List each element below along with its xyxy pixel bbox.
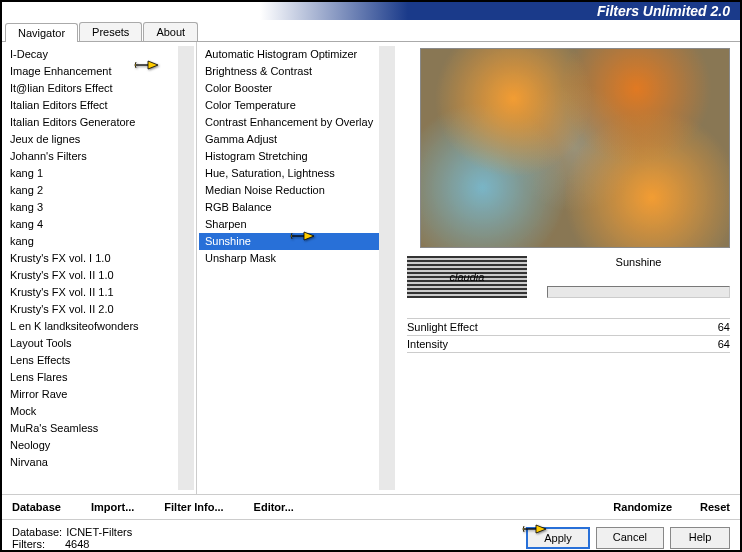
- scrollbar[interactable]: [379, 46, 395, 490]
- list-item[interactable]: kang 3: [4, 199, 194, 216]
- list-item[interactable]: Krusty's FX vol. II 1.0: [4, 267, 194, 284]
- list-item[interactable]: Sunshine: [199, 233, 395, 250]
- list-item[interactable]: kang 4: [4, 216, 194, 233]
- list-item[interactable]: Contrast Enhancement by Overlay: [199, 114, 395, 131]
- list-item[interactable]: RGB Balance: [199, 199, 395, 216]
- list-item[interactable]: Italian Editors Effect: [4, 97, 194, 114]
- params: Sunlight Effect64Intensity64: [407, 318, 730, 353]
- list-item[interactable]: Mock: [4, 403, 194, 420]
- list-item[interactable]: Krusty's FX vol. II 2.0: [4, 301, 194, 318]
- preview-panel: claudia Sunshine Sunlight Effect64Intens…: [397, 42, 740, 494]
- import-button[interactable]: Import...: [91, 501, 134, 513]
- param-name: Intensity: [407, 338, 448, 350]
- apply-button[interactable]: Apply: [526, 527, 590, 549]
- list-item[interactable]: Krusty's FX vol. II 1.1: [4, 284, 194, 301]
- list-item[interactable]: Lens Effects: [4, 352, 194, 369]
- list-item[interactable]: I-Decay: [4, 46, 194, 63]
- list-item[interactable]: MuRa's Seamless: [4, 420, 194, 437]
- bottom-bar: Database Import... Filter Info... Editor…: [2, 495, 740, 519]
- database-button[interactable]: Database: [12, 501, 61, 513]
- list-item[interactable]: Krusty's FX vol. I 1.0: [4, 250, 194, 267]
- list-item[interactable]: Johann's Filters: [4, 148, 194, 165]
- logo: claudia: [407, 256, 527, 298]
- param-value: 64: [718, 321, 730, 333]
- list-item[interactable]: Unsharp Mask: [199, 250, 395, 267]
- filter-list-panel: Automatic Histogram OptimizerBrightness …: [197, 42, 397, 494]
- tabs: Navigator Presets About: [2, 22, 740, 42]
- reset-button[interactable]: Reset: [700, 501, 730, 513]
- help-button[interactable]: Help: [670, 527, 730, 549]
- app-title: Filters Unlimited 2.0: [597, 3, 730, 19]
- list-item[interactable]: Jeux de lignes: [4, 131, 194, 148]
- list-item[interactable]: Italian Editors Generatore: [4, 114, 194, 131]
- list-item[interactable]: Brightness & Contrast: [199, 63, 395, 80]
- scrollbar[interactable]: [178, 46, 194, 490]
- cancel-button[interactable]: Cancel: [596, 527, 664, 549]
- progress-bar: [547, 286, 730, 298]
- tab-about[interactable]: About: [143, 22, 198, 41]
- list-item[interactable]: kang 2: [4, 182, 194, 199]
- list-item[interactable]: L en K landksiteofwonders: [4, 318, 194, 335]
- status-bar: Database: ICNET-Filters Filters: 4648 Ap…: [2, 520, 740, 552]
- list-item[interactable]: Automatic Histogram Optimizer: [199, 46, 395, 63]
- list-item[interactable]: Layout Tools: [4, 335, 194, 352]
- filter-info-button[interactable]: Filter Info...: [164, 501, 223, 513]
- list-item[interactable]: Neology: [4, 437, 194, 454]
- list-item[interactable]: Sharpen: [199, 216, 395, 233]
- db-value: ICNET-Filters: [66, 526, 132, 538]
- param-row: Sunlight Effect64: [407, 319, 730, 335]
- list-item[interactable]: Color Temperature: [199, 97, 395, 114]
- list-item[interactable]: It@lian Editors Effect: [4, 80, 194, 97]
- list-item[interactable]: Nirvana: [4, 454, 194, 471]
- filters-value: 4648: [65, 538, 89, 550]
- preview-image: [420, 48, 730, 248]
- list-item[interactable]: Lens Flares: [4, 369, 194, 386]
- list-item[interactable]: kang 1: [4, 165, 194, 182]
- current-filter-name: Sunshine: [547, 256, 730, 268]
- list-item[interactable]: kang: [4, 233, 194, 250]
- list-item[interactable]: Median Noise Reduction: [199, 182, 395, 199]
- filter-list[interactable]: Automatic Histogram OptimizerBrightness …: [199, 46, 395, 490]
- param-row: Intensity64: [407, 336, 730, 352]
- list-item[interactable]: Gamma Adjust: [199, 131, 395, 148]
- list-item[interactable]: Mirror Rave: [4, 386, 194, 403]
- randomize-button[interactable]: Randomize: [613, 501, 672, 513]
- editor-button[interactable]: Editor...: [254, 501, 294, 513]
- filters-label: Filters:: [12, 538, 45, 550]
- header: Filters Unlimited 2.0: [2, 2, 740, 20]
- db-label: Database:: [12, 526, 62, 538]
- tab-navigator[interactable]: Navigator: [5, 23, 78, 42]
- main: I-DecayImage EnhancementIt@lian Editors …: [2, 42, 740, 494]
- list-item[interactable]: Image Enhancement: [4, 63, 194, 80]
- list-item[interactable]: Hue, Saturation, Lightness: [199, 165, 395, 182]
- param-name: Sunlight Effect: [407, 321, 478, 333]
- category-list-panel: I-DecayImage EnhancementIt@lian Editors …: [2, 42, 197, 494]
- param-value: 64: [718, 338, 730, 350]
- category-list[interactable]: I-DecayImage EnhancementIt@lian Editors …: [4, 46, 194, 490]
- tab-presets[interactable]: Presets: [79, 22, 142, 41]
- list-item[interactable]: Histogram Stretching: [199, 148, 395, 165]
- list-item[interactable]: Color Booster: [199, 80, 395, 97]
